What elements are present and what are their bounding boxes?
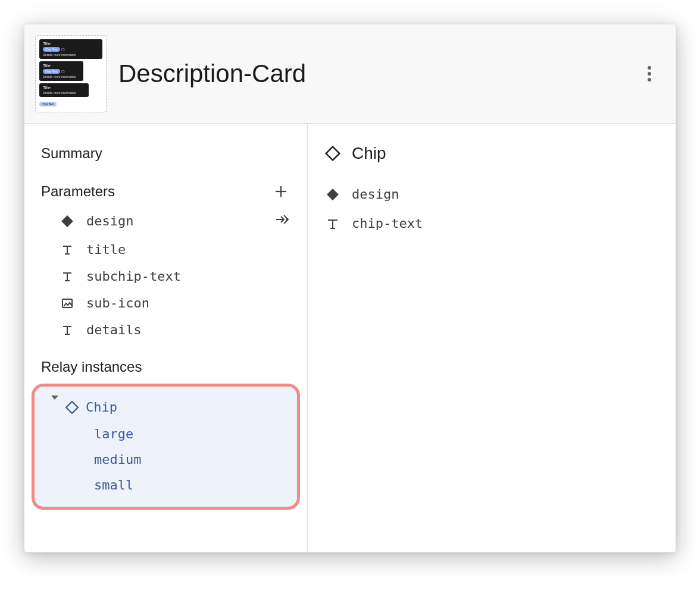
param-title[interactable]: title	[24, 236, 307, 263]
more-menu-button[interactable]	[638, 62, 661, 86]
prop-label: chip-text	[352, 216, 423, 231]
param-label: sub-icon	[86, 296, 149, 310]
param-label: title	[86, 242, 126, 257]
diamond-filled-icon	[326, 188, 339, 201]
thumb-variant-medium: Title Chip Text▢ Details: more informati…	[39, 61, 83, 81]
instance-name: Chip	[86, 400, 117, 415]
relay-instance-chip[interactable]: Chip	[40, 395, 291, 419]
svg-rect-20	[327, 189, 339, 200]
svg-point-7	[286, 218, 288, 221]
relay-variant-large[interactable]: large	[40, 419, 291, 445]
parameters-heading: Parameters	[24, 177, 307, 206]
parameters-label: Parameters	[41, 183, 115, 200]
link-arrow-icon	[275, 212, 290, 227]
svg-point-0	[648, 66, 651, 70]
thumb-variant-large: Title Chip Text▢ Details: more informati…	[39, 39, 102, 59]
param-subchip-text[interactable]: subchip-text	[24, 263, 307, 290]
svg-rect-5	[61, 215, 73, 227]
panel-header: Title Chip Text▢ Details: more informati…	[24, 24, 676, 124]
relay-variant-small[interactable]: small	[40, 470, 291, 496]
relay-variant-medium[interactable]: medium	[40, 445, 291, 470]
param-label: design	[86, 214, 133, 228]
prop-label: design	[352, 187, 399, 202]
param-label: subchip-text	[86, 269, 181, 284]
prop-chip-text[interactable]: chip-text	[324, 209, 659, 238]
caret-down-icon	[51, 396, 58, 415]
summary-heading[interactable]: Summary	[24, 140, 307, 167]
component-panel: Title Chip Text▢ Details: more informati…	[24, 24, 676, 553]
relay-instance-highlight: Chip large medium small	[32, 384, 300, 510]
text-icon	[326, 217, 339, 230]
svg-point-1	[648, 72, 651, 76]
svg-rect-19	[326, 147, 340, 161]
thumb-variant-small: Title Details: more information Chip Tex…	[39, 83, 102, 108]
param-design[interactable]: design	[24, 206, 307, 236]
prop-design[interactable]: design	[324, 180, 659, 209]
component-thumbnail[interactable]: Title Chip Text▢ Details: more informati…	[35, 35, 107, 112]
text-icon	[61, 244, 73, 256]
text-icon	[61, 324, 73, 336]
param-sub-icon[interactable]: sub-icon	[24, 290, 307, 316]
component-name: Chip	[352, 144, 386, 163]
summary-label: Summary	[41, 145, 102, 162]
add-parameter-button[interactable]	[271, 182, 290, 201]
diamond-outline-icon	[65, 401, 79, 414]
page-title: Description-Card	[118, 59, 626, 88]
diamond-filled-icon	[61, 215, 73, 227]
link-action[interactable]	[275, 212, 290, 230]
diamond-outline-icon	[324, 145, 341, 162]
relay-instances-heading: Relay instances	[24, 354, 307, 380]
relay-label: Relay instances	[41, 359, 142, 375]
expand-toggle[interactable]	[51, 400, 58, 415]
svg-rect-18	[66, 401, 78, 413]
text-icon	[61, 271, 73, 283]
svg-point-2	[648, 78, 651, 81]
plus-icon	[274, 184, 288, 199]
left-pane: Summary Parameters design	[24, 124, 308, 552]
component-title: Chip	[324, 140, 659, 180]
image-icon	[61, 297, 73, 309]
right-pane: Chip design chip-text	[308, 124, 676, 552]
panel-body: Summary Parameters design	[24, 124, 676, 552]
param-details[interactable]: details	[24, 316, 307, 343]
param-label: details	[86, 322, 142, 337]
more-vert-icon	[648, 66, 651, 81]
